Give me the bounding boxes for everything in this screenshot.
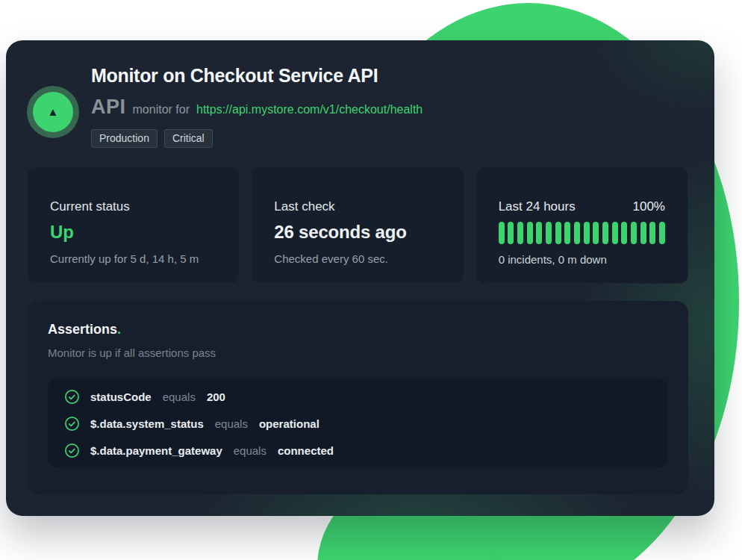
incidents-text: 0 incidents, 0 m down	[499, 253, 665, 266]
monitor-title: Monitor on Checkout Service API	[91, 65, 423, 87]
uptime-bars	[499, 222, 665, 244]
assertions-title-dot: .	[117, 322, 121, 337]
uptime-bar	[517, 222, 523, 244]
stat-card-last-24-hours: Last 24 hours 100% 0 incidents, 0 m down	[476, 167, 688, 284]
monitor-type-row: API monitor for https://api.mystore.com/…	[91, 96, 423, 119]
stat-sub: Checked every 60 sec.	[274, 252, 440, 265]
uptime-bar	[659, 222, 665, 244]
uptime-bar	[574, 222, 580, 244]
check-circle-icon	[64, 416, 80, 432]
uptime-bar	[508, 222, 514, 244]
monitor-status-icon: ▲	[27, 86, 79, 138]
stat-value-up: Up	[50, 222, 216, 243]
monitor-url-link[interactable]: https://api.mystore.com/v1/checkout/heal…	[196, 103, 423, 116]
uptime-bar	[631, 222, 637, 244]
monitor-card: ▲ Monitor on Checkout Service API API mo…	[6, 40, 714, 516]
uptime-bar	[602, 222, 608, 244]
assertion-target: connected	[278, 444, 334, 457]
assertion-comparison: equals	[215, 417, 248, 430]
uptime-percent: 100%	[633, 199, 665, 214]
assertion-source: statusCode	[90, 391, 152, 403]
assertion-row: $.data.system_status equals operational	[48, 410, 667, 437]
uptime-bar	[555, 222, 561, 244]
assertions-title-text: Assertions	[48, 322, 117, 337]
stat-card-last-check: Last check 26 seconds ago Checked every …	[251, 167, 464, 284]
uptime-bar	[593, 222, 599, 244]
stat-card-current-status: Current status Up Currently up for 5 d, …	[27, 167, 240, 284]
assertion-source: $.data.payment_gateway	[90, 444, 222, 457]
stat-value-last-check: 26 seconds ago	[274, 222, 440, 243]
assertion-target: 200	[207, 391, 225, 403]
check-circle-icon	[64, 389, 80, 405]
uptime-bar	[536, 222, 542, 244]
monitor-for-text: monitor for	[133, 103, 190, 116]
monitor-header: Monitor on Checkout Service API API moni…	[91, 65, 423, 148]
assertion-comparison: equals	[163, 391, 196, 403]
assertions-list: statusCode equals 200 $.data.system_stat…	[48, 379, 667, 468]
stat-label: Current status	[50, 199, 216, 214]
monitor-status-icon-inner: ▲	[33, 92, 73, 132]
uptime-bar	[499, 222, 505, 244]
uptime-bar	[640, 222, 646, 244]
assertions-card: Assertions. Monitor is up if all asserti…	[27, 301, 688, 494]
stat-label: Last 24 hours	[499, 199, 576, 214]
uptime-bar	[546, 222, 552, 244]
page-background: { "colors": { "accent_green": "#3dd36e",…	[0, 0, 742, 560]
stat-label: Last check	[274, 199, 440, 214]
assertion-row: $.data.payment_gateway equals connected	[48, 437, 667, 464]
uptime-bar	[584, 222, 590, 244]
uptime-bar	[527, 222, 533, 244]
stats-row: Current status Up Currently up for 5 d, …	[27, 167, 688, 284]
assertions-subtitle: Monitor is up if all assertions pass	[48, 346, 667, 359]
tag-critical[interactable]: Critical	[164, 129, 213, 148]
tags-row: Production Critical	[91, 129, 423, 148]
uptime-bar	[612, 222, 618, 244]
uptime-header: Last 24 hours 100%	[499, 199, 665, 214]
tag-production[interactable]: Production	[91, 129, 158, 148]
uptime-bar	[564, 222, 570, 244]
assertion-row: statusCode equals 200	[48, 383, 667, 410]
assertion-target: operational	[259, 417, 319, 430]
up-arrow-icon: ▲	[48, 106, 59, 117]
uptime-bar	[649, 222, 655, 244]
check-circle-icon	[64, 443, 80, 458]
assertions-title: Assertions.	[48, 322, 667, 337]
assertion-comparison: equals	[234, 444, 266, 457]
monitor-type-label: API	[91, 96, 126, 119]
stat-sub: Currently up for 5 d, 14 h, 5 m	[50, 252, 216, 265]
assertion-source: $.data.system_status	[90, 417, 204, 430]
uptime-bar	[621, 222, 627, 244]
